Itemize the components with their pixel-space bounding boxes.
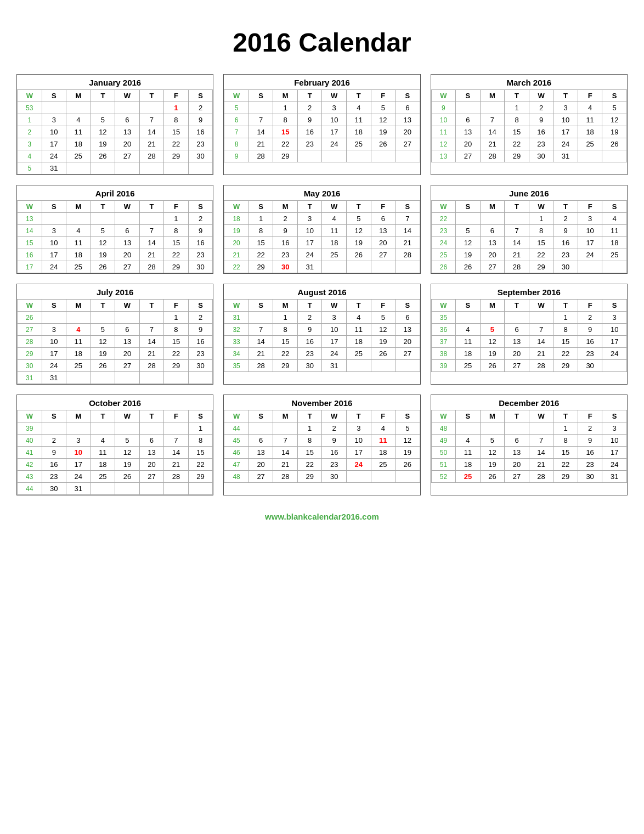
calendar-cell: 8	[529, 225, 553, 237]
calendar-cell: 23	[188, 348, 213, 360]
calendar-cell: 4	[91, 435, 115, 447]
calendar-cell: 46	[224, 447, 249, 459]
calendar-cell: 7	[248, 114, 273, 126]
calendar-cell: 1	[164, 312, 189, 324]
calendar-cell: 11	[431, 126, 456, 138]
page-title: 2016 Calendar	[11, 27, 633, 58]
calendar-cell: 31	[42, 162, 66, 174]
calendar-cell	[42, 422, 66, 435]
calendar-cell: 14	[248, 126, 273, 138]
calendar-cell: 37	[431, 336, 456, 348]
calendar-cell: 13	[480, 237, 505, 249]
calendar-cell: 24	[297, 249, 322, 261]
footer-link[interactable]: www.blankcalendar2016.com	[11, 512, 633, 521]
calendar-cell: 5	[371, 312, 396, 324]
day-header-s1: S	[456, 300, 481, 312]
month-december-2016: December 2016WSMTWTFS4812349456789105011…	[431, 395, 628, 495]
calendar-cell: 9	[188, 225, 213, 237]
month-title: November 2016	[224, 395, 420, 410]
calendar-cell: 23	[578, 348, 602, 360]
calendar-cell	[248, 102, 273, 114]
calendar-cell: 28	[273, 471, 298, 483]
month-title: October 2016	[17, 395, 213, 410]
calendar-cell	[602, 150, 627, 162]
calendar-cell: 3	[322, 102, 347, 114]
calendar-cell: 5	[480, 324, 505, 336]
calendar-cell: 17	[42, 138, 66, 150]
day-header-f6: F	[164, 201, 189, 213]
calendar-cell: 10	[297, 225, 322, 237]
calendar-cell: 2	[578, 312, 602, 324]
calendar-cell: 13	[396, 324, 420, 336]
calendar-cell: 14	[273, 447, 298, 459]
calendar-cell: 31	[553, 150, 578, 162]
calendar-cell: 9	[578, 435, 602, 447]
month-title: August 2016	[224, 284, 420, 299]
calendar-cell: 12	[371, 324, 396, 336]
calendar-cell: 12	[346, 225, 371, 237]
day-header-w0: W	[224, 300, 249, 312]
month-title: January 2016	[17, 75, 213, 89]
calendar-cell: 17	[322, 126, 347, 138]
calendar-cell: 7	[505, 225, 529, 237]
calendar-cell: 27	[480, 261, 505, 273]
day-header-t5: T	[553, 300, 578, 312]
calendar-cell: 27	[505, 360, 529, 372]
calendar-cell: 24	[322, 348, 347, 360]
calendar-cell	[115, 102, 140, 114]
calendar-cell	[91, 372, 115, 384]
calendar-cell: 2	[273, 213, 298, 225]
calendar-cell	[505, 213, 529, 225]
day-header-w4: W	[115, 410, 140, 422]
calendar-cell	[115, 372, 140, 384]
calendar-cell: 26	[456, 261, 481, 273]
day-header-s1: S	[42, 300, 66, 312]
calendar-cell: 15	[553, 447, 578, 459]
calendar-cell: 6	[505, 435, 529, 447]
day-header-w0: W	[224, 201, 249, 213]
calendar-cell: 1	[553, 422, 578, 435]
calendar-cell: 19	[602, 126, 627, 138]
calendar-cell: 8	[273, 324, 298, 336]
calendar-cell: 2	[42, 435, 66, 447]
calendar-cell	[164, 162, 189, 174]
day-header-w4: W	[322, 90, 347, 102]
calendar-cell: 20	[371, 237, 396, 249]
calendar-cell	[578, 261, 602, 273]
calendar-cell: 27	[139, 471, 164, 483]
month-july-2016: July 2016WSMTWTFS26122734567892810111213…	[16, 284, 213, 385]
calendar-cell: 1	[18, 114, 42, 126]
calendar-cell: 9	[529, 114, 553, 126]
calendar-cell	[456, 422, 481, 435]
calendar-cell	[346, 261, 371, 273]
calendar-cell: 28	[164, 471, 189, 483]
calendar-cell: 4	[456, 324, 481, 336]
calendar-cell: 6	[396, 102, 420, 114]
month-june-2016: June 2016WSMTWTFS22123423567891011241213…	[431, 185, 628, 274]
calendar-cell: 23	[188, 138, 213, 150]
day-header-w0: W	[431, 201, 456, 213]
calendar-cell: 20	[456, 138, 481, 150]
calendar-cell: 12	[480, 447, 505, 459]
calendar-cell: 8	[553, 324, 578, 336]
calendar-cell: 29	[553, 360, 578, 372]
calendar-cell: 7	[396, 213, 420, 225]
calendar-cell: 26	[371, 138, 396, 150]
calendar-cell: 3	[346, 422, 371, 435]
calendar-cell: 25	[431, 249, 456, 261]
calendar-cell: 21	[505, 249, 529, 261]
calendar-cell: 28	[248, 150, 273, 162]
calendar-cell: 31	[322, 360, 347, 372]
calendar-cell	[91, 312, 115, 324]
calendar-cell: 26	[91, 150, 115, 162]
calendar-cell: 27	[456, 150, 481, 162]
calendar-cell: 19	[480, 459, 505, 471]
day-header-s1: S	[456, 410, 481, 422]
calendar-cell: 11	[456, 336, 481, 348]
calendar-cell: 4	[66, 324, 91, 336]
calendar-cell: 15	[297, 447, 322, 459]
calendar-cell: 5	[18, 162, 42, 174]
calendar-cell: 21	[529, 348, 553, 360]
calendar-cell: 14	[139, 336, 164, 348]
calendar-cell: 14	[139, 237, 164, 249]
